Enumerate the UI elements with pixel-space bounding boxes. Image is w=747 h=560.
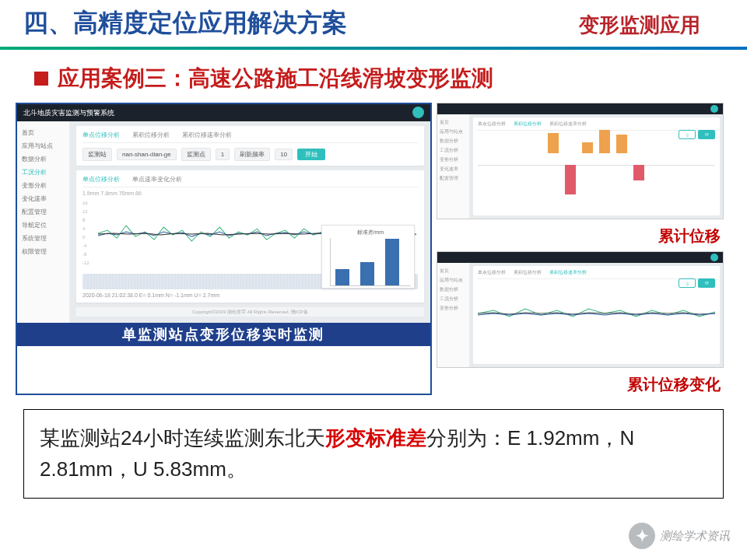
label-cumulative-change: 累计位移变化 [437, 374, 724, 395]
inset-stddev-chart: 标准差/mm [321, 225, 415, 289]
rate-input[interactable]: 10 [275, 149, 293, 160]
sidebar-item[interactable]: 首页 [440, 117, 467, 127]
sidebar-item[interactable]: 配置管理 [17, 205, 69, 219]
chart-tab[interactable]: 单点位移分析 [82, 175, 120, 184]
sidebar-item[interactable]: 工况分析 [440, 145, 467, 155]
app-topbar: 北斗地质灾害监测与预警系统 [17, 104, 430, 121]
case-title: 应用案例三：高速公路施工沿线滑坡变形监测 [58, 64, 493, 93]
content-area: 单点位移分析 累积位移分析 累积位移速率分析 监测站 nan-shan-dian… [70, 121, 430, 323]
bar [616, 135, 627, 153]
start-button[interactable]: 开始 [297, 149, 325, 160]
tab[interactable]: 累积位移分析 [514, 269, 542, 276]
inset-title: 标准差/mm [330, 229, 411, 236]
screenshot-panels: 北斗地质灾害监测与预警系统 首页 应用与站点 数据分析 工况分析 变形分析 变化… [16, 103, 724, 395]
app-footer: Copyright©2019 测绘星宇 All Rights Reserved.… [76, 307, 424, 317]
sidebar-item[interactable]: 变化速率 [440, 164, 467, 173]
app-body: 首页 应用与站点 数据分析 工况分析 变形分析 变化速率 配置管理 导航定位 系… [17, 121, 430, 323]
small-card: 单点位移分析 累积位移分析 累积位移速率分析 ⇩ ⟳ [473, 266, 720, 364]
left-caption: 单监测站点变形位移实时监测 [17, 323, 430, 346]
sidebar: 首页 应用与站点 数据分析 工况分析 变形分析 变化速率 配置管理 导航定位 系… [17, 121, 70, 323]
text-pre: 某监测站24小时连续监测东北天 [40, 426, 325, 450]
tabs: 单点位移分析 累积位移分析 累积位移速率分析 [82, 131, 418, 143]
sidebar-item[interactable]: 数据分析 [440, 285, 467, 294]
right-column: 首页 应用与站点 数据分析 工况分析 变形分析 变化速率 配置管理 单点位移分析… [437, 103, 724, 395]
site-label: 监测站 [82, 148, 112, 161]
controls: 监测站 nan-shan-dian-ge 监测点 1 刷新频率 10 开始 [82, 148, 418, 161]
watermark-text: 测绘学术资讯 [660, 529, 730, 544]
tab[interactable]: 累积位移速率分析 [182, 131, 232, 139]
body-area: 北斗地质灾害监测与预警系统 首页 应用与站点 数据分析 工况分析 变形分析 变化… [0, 93, 747, 395]
point-label: 监测点 [181, 148, 211, 161]
avatar[interactable] [710, 254, 718, 261]
app-window: 北斗地质灾害监测与预警系统 首页 应用与站点 数据分析 工况分析 变形分析 变化… [17, 104, 430, 323]
sidebar-item[interactable]: 变化速率 [17, 192, 69, 205]
bar-N [360, 262, 374, 285]
left-panel: 北斗地质灾害监测与预警系统 首页 应用与站点 数据分析 工况分析 变形分析 变化… [16, 103, 432, 395]
sidebar-item[interactable]: 系统管理 [17, 232, 69, 245]
filter-card: 单点位移分析 累积位移分析 累积位移速率分析 监测站 nan-shan-dian… [76, 126, 424, 166]
avatar[interactable] [710, 105, 718, 113]
timestamp-line: 2020-06-18 21:02:38.0 E= 0.1mm N= -1.1mm… [82, 292, 418, 298]
sidebar-item[interactable]: 权限管理 [17, 245, 69, 258]
tab[interactable]: 单点位移分析 [478, 269, 506, 276]
rate-label: 刷新频率 [234, 148, 270, 161]
site-select[interactable]: nan-shan-dian-ge [117, 149, 177, 160]
sidebar-item[interactable]: 变形分析 [17, 179, 69, 192]
app-title: 北斗地质灾害监测与预警系统 [23, 108, 114, 118]
slide-header: 四、高精度定位应用解决方案 变形监测应用 [0, 0, 747, 50]
sidebar-item[interactable]: 变形分析 [440, 155, 467, 164]
tab-active[interactable]: 累积位移分析 [514, 121, 542, 128]
chart-tabs: 单点位移分析 单点速率变化分析 [82, 175, 418, 187]
subtitle: 变形监测应用 [579, 12, 700, 40]
text-highlight: 形变标准差 [325, 426, 426, 450]
bullet-icon [34, 72, 48, 86]
tab-active[interactable]: 单点位移分析 [82, 131, 120, 139]
top-right-window: 首页 应用与站点 数据分析 工况分析 变形分析 变化速率 配置管理 单点位移分析… [437, 103, 724, 219]
small-topbar [437, 103, 723, 114]
bar [582, 142, 593, 153]
tab[interactable]: 累积位移分析 [132, 131, 170, 139]
sidebar-item-active[interactable]: 工况分析 [17, 166, 69, 179]
section-heading: 高精度定位应用解决方案 [73, 9, 347, 37]
sidebar-item[interactable]: 首页 [17, 126, 69, 139]
bar [599, 130, 610, 153]
label-cumulative: 累计位移 [437, 226, 724, 247]
sidebar-item[interactable]: 应用与站点 [440, 127, 467, 136]
chart-card: 单点位移分析 单点速率变化分析 1.9mm 7.8mm 70mm 86 1612… [76, 170, 424, 303]
bar-neg [633, 165, 644, 180]
small-topbar [437, 252, 723, 263]
conclusion-box: 某监测站24小时连续监测东北天形变标准差分别为：E 1.92mm，N 2.81m… [23, 409, 724, 499]
section-number: 四、 [23, 9, 73, 37]
sidebar-item[interactable]: 应用与站点 [17, 139, 69, 152]
bar [548, 133, 559, 153]
chart-tab[interactable]: 单点速率变化分析 [132, 175, 182, 184]
sidebar-item[interactable]: 数据分析 [17, 152, 69, 166]
stats-line: 1.9mm 7.8mm 70mm 86 [82, 191, 418, 196]
case-title-row: 应用案例三：高速公路施工沿线滑坡变形监测 [0, 50, 747, 93]
avatar[interactable] [412, 107, 424, 118]
bottom-right-window: 首页 应用与站点 数据分析 工况分析 变形分析 单点位移分析 累积位移分析 累积… [437, 251, 724, 368]
sidebar-item[interactable]: 数据分析 [440, 136, 467, 145]
tab-active[interactable]: 累积位移速率分析 [549, 269, 587, 276]
small-sidebar: 首页 应用与站点 数据分析 工况分析 变形分析 [437, 263, 470, 367]
section-title: 四、高精度定位应用解决方案 [23, 6, 347, 40]
bar-E [335, 269, 349, 285]
sidebar-item[interactable]: 导航定位 [17, 219, 69, 232]
sidebar-item[interactable]: 变形分析 [440, 303, 467, 313]
bar-U [385, 239, 399, 285]
sidebar-item[interactable]: 首页 [440, 266, 467, 275]
sidebar-item[interactable]: 应用与站点 [440, 275, 467, 285]
sidebar-item[interactable]: 配置管理 [440, 173, 467, 183]
small-card: 单点位移分析 累积位移分析 累积位移速率分析 ⇩ ⟳ [473, 117, 720, 215]
cumulative-bar-chart [478, 137, 715, 193]
point-select[interactable]: 1 [216, 149, 230, 160]
sidebar-item[interactable]: 工况分析 [440, 294, 467, 303]
tab[interactable]: 累积位移速率分析 [549, 121, 587, 128]
watermark: ✦ 测绘学术资讯 [629, 523, 730, 549]
wechat-icon: ✦ [629, 523, 655, 549]
tab[interactable]: 单点位移分析 [478, 121, 506, 128]
small-sidebar: 首页 应用与站点 数据分析 工况分析 变形分析 变化速率 配置管理 [437, 114, 470, 219]
cumulative-line-chart [478, 287, 715, 340]
bar-neg [565, 165, 576, 194]
